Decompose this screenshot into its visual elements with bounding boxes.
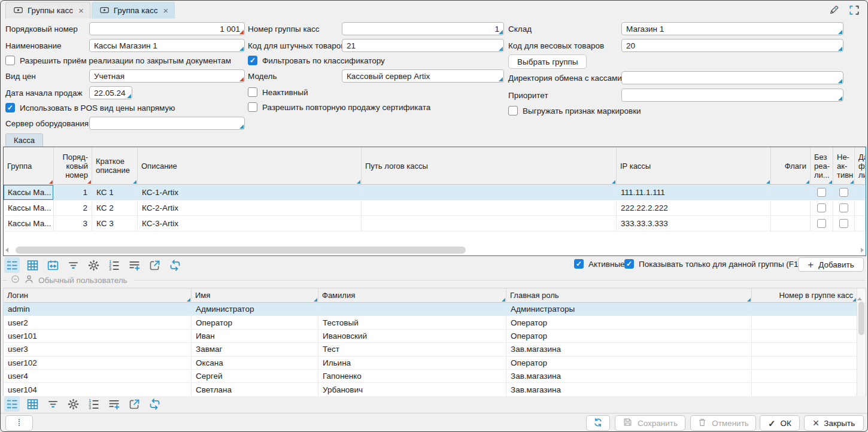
price-type-field[interactable]: Учетная [89,69,245,83]
table-cell[interactable]: 2 [54,200,92,215]
table-cell[interactable] [855,185,866,200]
fullscreen-icon[interactable] [848,4,860,16]
table-cell[interactable]: Ивановский [318,330,506,342]
table-cell[interactable]: Зав.магазина [506,383,752,396]
cassa-table[interactable]: ГруппаПоряд-ковый номерКраткое описаниеО… [3,147,866,256]
cassa-table-hscrollbar[interactable] [5,247,864,254]
export-marking-checkbox[interactable]: Выгружать признак маркировки [508,106,641,115]
table-cell[interactable]: КС 1 [92,185,138,200]
column-header[interactable]: Без реа-ли... [811,147,833,184]
column-header[interactable]: Имя [192,288,318,302]
open-external-icon[interactable] [147,257,162,273]
column-header[interactable]: Краткое описание [92,147,138,184]
settings-icon[interactable] [86,257,101,273]
table-cell[interactable] [362,185,617,200]
table-cell[interactable] [811,185,833,200]
row-checkbox[interactable] [839,203,848,212]
table-row[interactable]: user104СветланаУрбановичЗав.магазина [4,383,866,396]
table-cell[interactable] [811,216,833,231]
reload-icon[interactable] [147,396,162,412]
hscroll-thumb[interactable] [16,247,466,254]
table-cell[interactable] [752,383,857,396]
table-cell[interactable]: Сергей [192,370,318,382]
ok-button[interactable]: ✓ ОК [760,415,800,431]
table-cell[interactable] [833,200,855,215]
table-cell[interactable]: Оператор [506,316,752,328]
table-cell[interactable]: КС 3 [92,216,138,231]
column-header[interactable]: IP кассы [617,147,771,184]
column-header[interactable]: Не-ак-тивн [833,147,855,184]
table-cell[interactable]: 333.33.3.333 [617,216,771,231]
table-row[interactable]: user4СергейГапоненкоЗав.магазина [4,370,866,383]
table-row[interactable]: user102ОксанаИльинаОператор [4,357,866,370]
row-checkbox[interactable] [817,188,826,197]
model-field[interactable]: Кассовый сервер Artix [342,69,504,83]
name-field[interactable]: Кассы Магазин 1 [89,39,245,52]
checkbox-icon[interactable] [508,106,518,115]
column-header[interactable]: Главная роль [506,288,752,302]
table-cell[interactable]: admin [4,303,192,315]
tab-cassa[interactable]: Касса [5,133,43,147]
weight-goods-code-field[interactable]: 20 [621,39,843,52]
list-view-icon[interactable] [4,396,20,412]
checkbox-icon[interactable] [5,103,15,112]
allow-closed-docs-checkbox[interactable]: Разрешить приём реализации по закрытым д… [5,56,231,65]
table-cell[interactable]: 3 [54,216,92,231]
save-button[interactable]: Сохранить [615,415,685,431]
table-cell[interactable] [752,316,857,328]
column-header[interactable]: Поряд-ковый номер [54,147,92,184]
table-cell[interactable]: КС 2 [92,200,138,215]
refresh-button[interactable] [586,415,610,431]
use-pos-price-checkbox[interactable]: Использовать в POS вид цены напрямую [5,103,175,112]
column-header[interactable]: Да фи ли [855,147,866,184]
table-cell[interactable]: Урбанович [318,383,506,396]
column-header[interactable]: Описание [138,147,362,184]
group-number-field[interactable]: 1 [342,22,504,35]
table-cell[interactable]: Тестовый [318,316,506,328]
only-group-filter-checkbox[interactable]: Показывать только для данной группы (F10… [624,259,806,269]
table-cell[interactable]: Кассы Ма... [4,200,54,215]
column-header[interactable]: Фамилия [318,288,506,302]
row-checkbox[interactable] [817,219,826,228]
edit-icon[interactable] [828,4,840,16]
table-cell[interactable]: КС-3-Artix [138,216,362,231]
table-cell[interactable] [362,216,617,231]
table-cell[interactable]: Кассы Ма... [4,216,54,231]
table-row[interactable]: Кассы Ма...1КС 1КС-1-Artix111.11.1.111 [4,185,866,200]
numbered-list-icon[interactable]: 123 [106,257,122,273]
checkbox-icon[interactable] [248,87,257,97]
reload-icon[interactable] [167,257,183,273]
filter-icon[interactable] [65,257,81,273]
equipment-server-field[interactable] [89,117,245,130]
table-cell[interactable]: Администраторы [506,303,752,315]
table-cell[interactable]: user104 [4,383,192,396]
table-cell[interactable]: 111.11.1.111 [617,185,771,200]
scroll-left-icon[interactable] [5,248,8,252]
table-cell[interactable]: user101 [4,330,192,342]
table-row[interactable]: user101ИванИвановскийОператор [4,330,866,343]
piece-goods-code-field[interactable]: 21 [342,39,504,52]
priority-field[interactable] [621,89,843,102]
table-cell[interactable]: user3 [4,343,192,355]
table-cell[interactable] [362,200,617,215]
table-grid-icon[interactable] [25,257,40,273]
active-filter-checkbox[interactable]: Активные [574,259,625,269]
add-button[interactable]: + Добавить [798,257,864,272]
calendar-columns-icon[interactable] [45,257,60,273]
table-cell[interactable] [833,216,855,231]
add-row-icon[interactable] [126,257,142,273]
table-cell[interactable]: Администратор [192,303,318,315]
table-row[interactable]: user2ОператорТестовыйОператор [4,316,866,329]
table-row[interactable]: adminАдминистраторАдминистраторы [4,303,866,316]
table-cell[interactable]: Ильина [318,357,506,369]
table-cell[interactable]: Завмаг [192,343,318,355]
column-header[interactable]: Номер в группе касс [752,288,857,302]
table-grid-icon[interactable] [25,396,40,412]
add-row-icon[interactable] [106,396,122,412]
checkbox-icon[interactable] [5,56,15,65]
table-cell[interactable]: 222.22.2.222 [617,200,771,215]
table-cell[interactable]: Тест [318,343,506,355]
close-tab-icon[interactable]: × [78,6,84,15]
table-row[interactable]: Кассы Ма...3КС 3КС-3-Artix333.33.3.333 [4,216,866,232]
table-cell[interactable] [771,200,811,215]
